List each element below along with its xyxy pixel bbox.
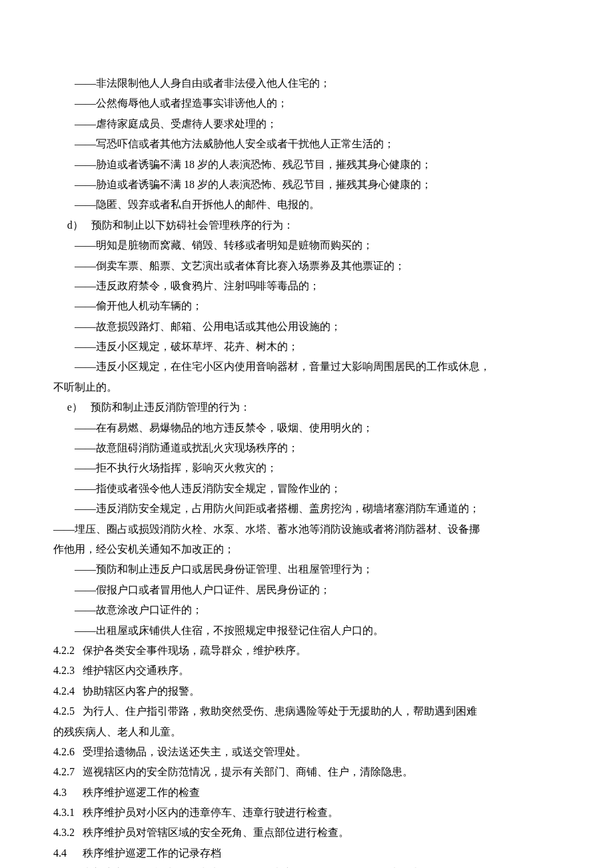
text-line: ——故意涂改户口证件的； bbox=[53, 600, 560, 620]
text-line: 4.2.4 协助辖区内客户的报警。 bbox=[53, 681, 560, 701]
text-line: ——写恐吓信或者其他方法威胁他人安全或者干扰他人正常生活的； bbox=[53, 134, 560, 154]
text-line: 不听制止的。 bbox=[53, 377, 560, 397]
text-line: ——预防和制止违反户口或居民身份证管理、出租屋管理行为； bbox=[53, 559, 560, 579]
text-line: ——胁迫或者诱骗不满 18 岁的人表演恐怖、残忍节目，摧残其身心健康的； bbox=[53, 175, 560, 195]
text-line: ——非法限制他人人身自由或者非法侵入他人住宅的； bbox=[53, 73, 560, 93]
text-line: ——公然侮辱他人或者捏造事实诽谤他人的； bbox=[53, 93, 560, 113]
text-line: ——拒不执行火场指挥，影响灭火救灾的； bbox=[53, 458, 560, 478]
text-line: 的残疾病人、老人和儿童。 bbox=[53, 722, 560, 742]
text-line: 4.2.6 受理拾遗物品，设法送还失主，或送交管理处。 bbox=[53, 742, 560, 762]
text-line: ——违反小区规定，在住宅小区内使用音响器材，音量过大影响周围居民的工作或休息， bbox=[53, 357, 560, 377]
text-line: d） 预防和制止以下妨碍社会管理秩序的行为： bbox=[53, 215, 560, 235]
text-line: 4.4.1 秩序维护员将巡逻中发现或处理的情况认真详细记录在《巡查记录表》内。 bbox=[53, 863, 560, 868]
document-page: ——非法限制他人人身自由或者非法侵入他人住宅的；——公然侮辱他人或者捏造事实诽谤… bbox=[0, 0, 613, 868]
text-line: ——明知是脏物而窝藏、销毁、转移或者明知是赃物而购买的； bbox=[53, 235, 560, 255]
text-line: 4.3.2 秩序维护员对管辖区域的安全死角、重点部位进行检查。 bbox=[53, 823, 560, 843]
text-line: 4.2.3 维护辖区内交通秩序。 bbox=[53, 661, 560, 681]
text-line: ——假报户口或者冒用他人户口证件、居民身份证的； bbox=[53, 580, 560, 600]
text-line: ——故意损毁路灯、邮箱、公用电话或其他公用设施的； bbox=[53, 317, 560, 337]
text-line: ——胁迫或者诱骗不满 18 岁的人表演恐怖、残忍节目，摧残其身心健康的； bbox=[53, 155, 560, 175]
text-line: 4.4 秩序维护巡逻工作的记录存档 bbox=[53, 843, 560, 863]
text-line: ——在有易燃、易爆物品的地方违反禁令，吸烟、使用明火的； bbox=[53, 418, 560, 438]
text-line: ——倒卖车票、船票、文艺演出或者体育比赛入场票券及其他票证的； bbox=[53, 256, 560, 276]
text-line: 4.3 秩序维护巡逻工作的检查 bbox=[53, 783, 560, 803]
text-line: 作他用，经公安机关通知不加改正的； bbox=[53, 539, 560, 559]
document-body: ——非法限制他人人身自由或者非法侵入他人住宅的；——公然侮辱他人或者捏造事实诽谤… bbox=[53, 73, 560, 868]
text-line: ——埋压、圈占或损毁消防火栓、水泵、水塔、蓄水池等消防设施或者将消防器材、设备挪 bbox=[53, 519, 560, 539]
text-line: 4.2.5 为行人、住户指引带路，救助突然受伤、患病遇险等处于无援助的人，帮助遇… bbox=[53, 701, 560, 721]
text-line: ——偷开他人机动车辆的； bbox=[53, 296, 560, 316]
text-line: e） 预防和制止违反消防管理的行为： bbox=[53, 397, 560, 417]
text-line: ——虐待家庭成员、受虐待人要求处理的； bbox=[53, 114, 560, 134]
text-line: ——违反消防安全规定，占用防火间距或者搭棚、盖房挖沟，砌墙堵塞消防车通道的； bbox=[53, 499, 560, 519]
text-line: ——违反政府禁令，吸食鸦片、注射吗啡等毒品的； bbox=[53, 276, 560, 296]
text-line: ——指使或者强令他人违反消防安全规定，冒险作业的； bbox=[53, 479, 560, 499]
text-line: 4.3.1 秩序维护员对小区内的违章停车、违章行驶进行检查。 bbox=[53, 803, 560, 823]
text-line: ——隐匿、毁弃或者私自开拆他人的邮件、电报的。 bbox=[53, 195, 560, 215]
text-line: 4.2.2 保护各类安全事件现场，疏导群众，维护秩序。 bbox=[53, 641, 560, 661]
text-line: 4.2.7 巡视辖区内的安全防范情况，提示有关部门、商铺、住户，清除隐患。 bbox=[53, 762, 560, 782]
text-line: ——违反小区规定，破坏草坪、花卉、树木的； bbox=[53, 337, 560, 357]
text-line: ——出租屋或床铺供人住宿，不按照规定申报登记住宿人户口的。 bbox=[53, 621, 560, 641]
text-line: ——故意阻碍消防通道或扰乱火灾现场秩序的； bbox=[53, 438, 560, 458]
